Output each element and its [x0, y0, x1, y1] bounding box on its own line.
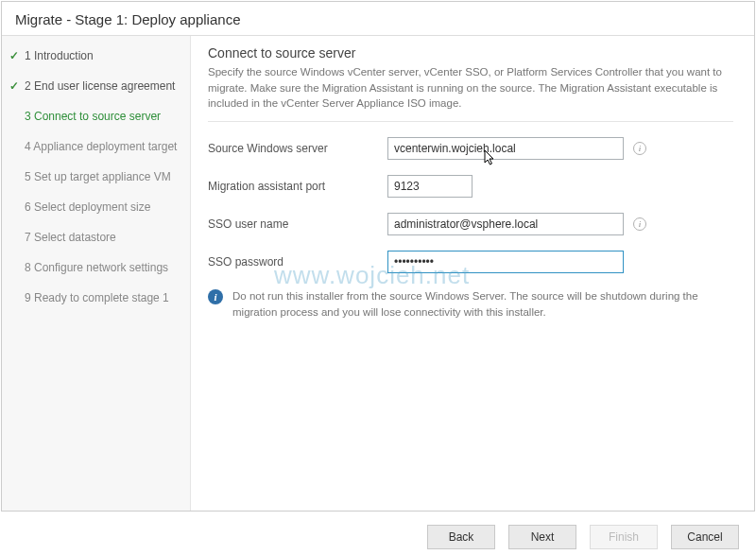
- step-label: 8 Configure network settings: [25, 261, 168, 274]
- step-9-ready[interactable]: 9 Ready to complete stage 1: [9, 291, 182, 304]
- window-title: Migrate - Stage 1: Deploy appliance: [2, 2, 754, 36]
- step-1-introduction[interactable]: ✓ 1 Introduction: [9, 49, 182, 62]
- row-migration-port: Migration assistant port: [208, 175, 733, 198]
- step-3-connect-source[interactable]: 3 Connect to source server: [9, 110, 182, 123]
- step-label: 2 End user license agreement: [25, 79, 175, 93]
- wizard-main: Connect to source server Specify the sou…: [191, 36, 754, 511]
- finish-button: Finish: [590, 525, 658, 549]
- step-4-deployment-target[interactable]: 4 Appliance deployment target: [9, 140, 182, 153]
- step-2-eula[interactable]: ✓ 2 End user license agreement: [9, 79, 182, 93]
- step-7-select-datastore[interactable]: 7 Select datastore: [9, 231, 182, 244]
- info-note: i Do not run this installer from the sou…: [208, 288, 733, 321]
- label-sso-password: SSO password: [208, 255, 387, 269]
- step-5-target-vm[interactable]: 5 Set up target appliance VM: [9, 170, 182, 183]
- check-icon: ✓: [9, 79, 23, 93]
- info-icon[interactable]: i: [633, 142, 646, 155]
- step-label: 7 Select datastore: [25, 231, 116, 244]
- row-sso-user: SSO user name i: [208, 213, 733, 235]
- step-6-deployment-size[interactable]: 6 Select deployment size: [9, 200, 182, 214]
- note-text: Do not run this installer from the sourc…: [232, 288, 733, 321]
- wizard-sidebar: ✓ 1 Introduction ✓ 2 End user license ag…: [2, 36, 191, 511]
- step-8-network-settings[interactable]: 8 Configure network settings: [9, 261, 182, 274]
- input-sso-user[interactable]: [387, 213, 624, 235]
- step-label: 6 Select deployment size: [25, 200, 150, 214]
- cancel-button[interactable]: Cancel: [671, 525, 739, 549]
- input-source-server[interactable]: [387, 137, 624, 160]
- step-label: 1 Introduction: [25, 49, 94, 62]
- step-label: 3 Connect to source server: [25, 110, 161, 123]
- wizard-buttons: Back Next Finish Cancel: [427, 525, 739, 549]
- label-sso-user: SSO user name: [208, 217, 387, 231]
- info-icon: i: [208, 289, 223, 304]
- label-migration-port: Migration assistant port: [208, 180, 387, 193]
- row-sso-password: SSO password: [208, 251, 733, 273]
- input-sso-password[interactable]: [387, 251, 624, 273]
- section-title: Connect to source server: [208, 45, 733, 61]
- step-label: 9 Ready to complete stage 1: [25, 291, 169, 304]
- section-description: Specify the source Windows vCenter serve…: [208, 64, 733, 122]
- step-label: 5 Set up target appliance VM: [25, 170, 171, 183]
- back-button[interactable]: Back: [427, 525, 495, 549]
- check-icon: ✓: [9, 49, 23, 62]
- input-migration-port[interactable]: [387, 175, 472, 198]
- row-source-server: Source Windows server i: [208, 137, 733, 160]
- wizard-body: ✓ 1 Introduction ✓ 2 End user license ag…: [2, 36, 754, 511]
- info-icon[interactable]: i: [633, 217, 646, 231]
- step-label: 4 Appliance deployment target: [25, 140, 177, 153]
- next-button[interactable]: Next: [508, 525, 576, 549]
- wizard-window: Migrate - Stage 1: Deploy appliance ✓ 1 …: [1, 1, 755, 512]
- label-source-server: Source Windows server: [208, 142, 387, 155]
